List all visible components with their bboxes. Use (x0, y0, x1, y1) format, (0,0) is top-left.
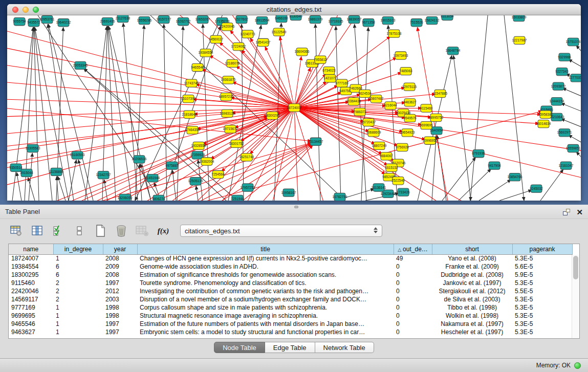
network-node[interactable]: 9806274 (152, 195, 165, 201)
network-node[interactable]: 10854766 (508, 173, 522, 181)
column-header-title[interactable]: title (137, 244, 394, 254)
cell-in_degree[interactable]: 1 (53, 320, 103, 328)
network-node[interactable]: 10653267 (195, 16, 210, 24)
column-header-out_degree[interactable]: △out_de… (394, 244, 432, 254)
network-node[interactable]: 18913594 (255, 17, 270, 25)
cell-title[interactable]: Investigating the contribution of common… (137, 287, 394, 295)
network-node[interactable]: 8130540 (289, 15, 302, 20)
cell-year[interactable]: 2008 (103, 271, 137, 279)
network-node[interactable]: 12161047 (559, 162, 574, 169)
network-node[interactable]: 6216044 (384, 102, 397, 110)
network-node[interactable]: 16136141 (372, 184, 386, 191)
cell-pagerank[interactable]: 5.3E-5 (512, 254, 572, 262)
network-node[interactable]: 16262792 (176, 18, 191, 26)
cell-out_degree[interactable]: 0 (394, 262, 432, 271)
cell-short[interactable]: Dudbridge et al. (2008) (432, 271, 512, 279)
network-node[interactable]: 9227343 (555, 68, 569, 75)
cell-out_degree[interactable]: 0 (394, 295, 432, 303)
network-node[interactable]: 18995752 (429, 114, 444, 121)
network-node[interactable]: 17464354 (185, 126, 200, 134)
network-node[interactable]: 1527602 (235, 16, 248, 24)
network-node[interactable]: 9417904 (488, 162, 501, 169)
network-node[interactable]: 9435572 (27, 19, 40, 27)
cell-short[interactable]: Nakamura et al. (1997) (432, 320, 512, 328)
network-node[interactable]: 20953761 (40, 16, 55, 24)
network-node[interactable]: 20206516 (132, 156, 147, 163)
network-node[interactable]: 10688609 (366, 129, 381, 137)
table-row[interactable]: 946554611997Estimation of the future num… (9, 320, 572, 328)
network-node[interactable]: 16033809 (512, 15, 527, 21)
network-node[interactable]: 10807487 (369, 95, 384, 103)
cell-name[interactable]: 9115460 (9, 279, 53, 287)
network-node[interactable]: 19362004 (200, 158, 214, 165)
tab-network-table[interactable]: Network Table (315, 342, 374, 353)
network-node[interactable]: 18724007 (287, 104, 302, 112)
network-node[interactable]: 9884067 (380, 152, 393, 160)
cell-title[interactable]: Estimation of significance thresholds fo… (137, 271, 394, 279)
splitter-handle-icon[interactable] (294, 206, 298, 208)
network-node[interactable]: 22420046 (220, 23, 235, 31)
network-node[interactable]: 9671358 (362, 19, 375, 27)
network-node[interactable]: 7515526 (410, 19, 423, 27)
network-node[interactable]: 19361875 (221, 76, 236, 84)
network-node[interactable]: 9245032 (530, 185, 543, 192)
network-node[interactable]: 7955812 (314, 56, 327, 63)
network-node[interactable]: 3915044 (20, 169, 33, 177)
network-node[interactable]: 10996955 (423, 137, 438, 144)
table-row[interactable]: 977716911998Corpus callosum shape and si… (9, 303, 572, 312)
cell-year[interactable]: 2008 (103, 254, 137, 262)
table-row[interactable]: 2242004622012Investigating the contribut… (9, 287, 572, 295)
cell-in_degree[interactable]: 2 (53, 279, 103, 287)
cell-short[interactable]: Jankovic et al. (1997) (432, 279, 512, 287)
network-node[interactable]: 18300295 (265, 112, 280, 119)
network-node[interactable]: 16983128 (220, 110, 235, 117)
cell-out_degree[interactable]: 0 (394, 279, 432, 287)
network-node[interactable]: 20364436 (346, 98, 361, 105)
network-node[interactable]: 15556286 (137, 17, 152, 25)
network-node[interactable]: 16559851 (566, 144, 581, 152)
cell-name[interactable]: 9463627 (9, 328, 53, 336)
network-node[interactable]: 7986372 (353, 108, 366, 116)
network-node[interactable]: 18206050 (118, 194, 133, 201)
cell-short[interactable]: Franke et al. (2009) (432, 262, 512, 271)
cell-title[interactable]: Estimation of the future numbers of pati… (137, 320, 394, 328)
network-node[interactable]: 21127638 (116, 15, 130, 23)
table-row[interactable]: 946362711997Embryonic stem cells: a mode… (9, 328, 572, 336)
network-node[interactable]: 7485063 (399, 67, 412, 75)
tab-edge-table[interactable]: Edge Table (265, 342, 315, 353)
network-node[interactable]: 12444154 (550, 98, 564, 105)
network-node[interactable]: 12505135 (188, 178, 203, 185)
network-node[interactable]: 15107397 (181, 95, 196, 103)
column-header-pagerank[interactable]: pagerank (512, 244, 572, 254)
cell-short[interactable]: Wolkin et al. (1998) (432, 312, 512, 320)
network-node[interactable]: 12186078 (225, 59, 240, 67)
network-node[interactable]: 6791936 (472, 150, 485, 158)
cell-year[interactable]: 1998 (103, 312, 137, 320)
show-columns-button[interactable] (30, 224, 45, 238)
network-node[interactable]: 1615152 (385, 164, 398, 171)
network-node[interactable]: 18301752 (229, 140, 244, 147)
cell-in_degree[interactable]: 6 (53, 271, 103, 279)
function-builder-button[interactable]: f(x) (156, 224, 170, 238)
cell-in_degree[interactable]: 2 (53, 295, 103, 303)
network-node[interactable]: 7254564 (211, 170, 225, 178)
network-node[interactable]: 9463627 (403, 99, 417, 106)
cell-year[interactable]: 1997 (103, 328, 137, 336)
column-header-name[interactable]: name (9, 244, 53, 254)
network-node[interactable]: 16782759 (333, 193, 347, 201)
network-node[interactable]: 6734023 (322, 67, 336, 74)
cell-name[interactable]: 19384554 (9, 262, 53, 271)
network-node[interactable]: 19328558 (191, 142, 206, 149)
network-node[interactable]: 19861379 (308, 16, 323, 24)
cell-name[interactable]: 14569117 (9, 295, 53, 303)
float-panel-icon[interactable] (563, 209, 570, 215)
network-node[interactable]: 9756928 (396, 143, 409, 151)
network-node[interactable]: 18807249 (372, 142, 387, 149)
network-node[interactable]: 9975887 (165, 162, 179, 169)
column-header-in_degree[interactable]: in_degree (53, 244, 103, 254)
network-node[interactable]: 11451944 (145, 174, 160, 182)
network-node[interactable]: 18839057 (347, 16, 362, 24)
table-row[interactable]: 1938455462009Genome-wide association stu… (9, 262, 572, 271)
cell-title[interactable]: Tourette syndrome. Phenomenology and cla… (137, 279, 394, 287)
network-node[interactable]: 12093872 (551, 82, 566, 90)
